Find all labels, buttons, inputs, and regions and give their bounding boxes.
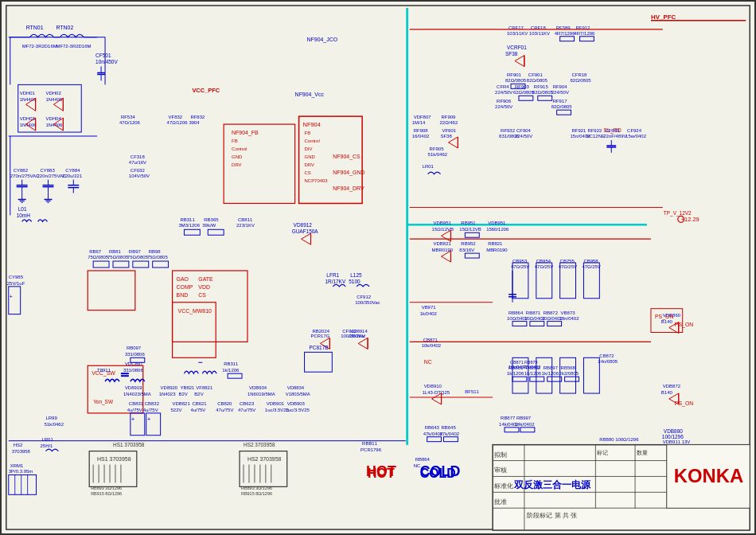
svg-text:LFR1: LFR1 bbox=[326, 272, 339, 278]
svg-text:1k/1206: 1k/1206 bbox=[542, 371, 559, 376]
svg-text:47Ω/25V: 47Ω/25V bbox=[559, 264, 577, 269]
svg-text:NF904_CS: NF904_CS bbox=[333, 154, 360, 160]
svg-text:RB952: RB952 bbox=[461, 241, 476, 246]
svg-text:BND: BND bbox=[177, 292, 189, 298]
svg-text:CB820: CB820 bbox=[217, 401, 232, 406]
svg-text:104V/50V: 104V/50V bbox=[129, 174, 150, 178]
svg-text:RB365: RB365 bbox=[204, 217, 219, 222]
svg-text:双反激三合一电源: 双反激三合一电源 bbox=[513, 479, 591, 490]
svg-text:1M/14: 1M/14 bbox=[412, 120, 426, 125]
svg-text:10n/450V: 10n/450V bbox=[95, 59, 118, 64]
svg-text:GATE: GATE bbox=[198, 276, 213, 282]
svg-text:VCC_MW810: VCC_MW810 bbox=[178, 308, 212, 314]
svg-text:FB: FB bbox=[305, 131, 311, 135]
main-container: RTN01 RTN02 MF72-3R2D16M MF72-3R2D16M CF… bbox=[0, 0, 756, 535]
svg-text:B2V: B2V bbox=[179, 392, 188, 396]
svg-text:47u/75V: 47u/75V bbox=[238, 408, 255, 412]
svg-text:RF534: RF534 bbox=[121, 115, 136, 119]
svg-text:RF905: RF905 bbox=[430, 146, 445, 151]
svg-text:14k/0402: 14k/0402 bbox=[515, 422, 535, 427]
svg-text:RBB11: RBB11 bbox=[362, 441, 378, 446]
svg-text:CS: CS bbox=[305, 170, 311, 175]
svg-text:SF38: SF38 bbox=[505, 51, 518, 57]
svg-text:3703958: 3703958 bbox=[12, 449, 31, 454]
svg-text:B140: B140 bbox=[661, 319, 673, 324]
svg-text:RF932: RF932 bbox=[501, 128, 516, 133]
svg-text:82Ω/0805: 82Ω/0805 bbox=[551, 104, 573, 109]
svg-text:103/11KV: 103/11KV bbox=[507, 31, 528, 36]
svg-text:GUAF150A: GUAF150A bbox=[292, 228, 319, 234]
svg-text:阶段标记    第    共    张: 阶段标记 第 共 张 bbox=[527, 512, 577, 519]
svg-text:51k/0462: 51k/0462 bbox=[45, 422, 64, 427]
svg-text:RB893 3Ω/1296: RB893 3Ω/1296 bbox=[91, 486, 122, 490]
svg-text:Control: Control bbox=[305, 139, 320, 143]
svg-text:VDB903: VDB903 bbox=[287, 401, 306, 406]
svg-text:NF904: NF904 bbox=[303, 121, 321, 128]
svg-text:VF832: VF832 bbox=[169, 115, 183, 119]
svg-text:B2V: B2V bbox=[194, 392, 203, 396]
svg-text:2k2/0805: 2k2/0805 bbox=[559, 371, 579, 376]
svg-text:NF904_FB: NF904_FB bbox=[232, 130, 259, 136]
svg-text:VDH02: VDH02 bbox=[46, 91, 62, 96]
svg-text:COMP: COMP bbox=[177, 284, 193, 290]
svg-text:82Ω/0805: 82Ω/0805 bbox=[532, 90, 554, 95]
svg-text:BF511: BF511 bbox=[465, 389, 479, 394]
svg-text:1N4406: 1N4406 bbox=[20, 97, 37, 102]
svg-text:RB997: RB997 bbox=[516, 416, 532, 420]
svg-text:NF904_Vcc: NF904_Vcc bbox=[295, 92, 325, 98]
svg-text:VD8914: VD8914 bbox=[350, 329, 368, 334]
svg-text:VDB910: VDB910 bbox=[424, 384, 442, 389]
svg-text:47u/16V: 47u/16V bbox=[129, 160, 146, 165]
svg-text:DRV: DRV bbox=[232, 162, 241, 167]
svg-text:VCRF01: VCRF01 bbox=[507, 45, 527, 50]
svg-text:RB871: RB871 bbox=[526, 310, 541, 315]
svg-text:VDH01: VDH01 bbox=[20, 91, 36, 96]
svg-text:GND: GND bbox=[232, 154, 243, 159]
svg-text:RB097: RB097 bbox=[127, 346, 142, 350]
svg-text:VDH03: VDH03 bbox=[20, 116, 36, 121]
svg-text:VDC897: VDC897 bbox=[125, 361, 143, 366]
svg-text:VB971: VB971 bbox=[422, 305, 437, 310]
svg-text:270n/275VAC: 270n/275VAC bbox=[10, 174, 40, 178]
svg-text:223/1KV: 223/1KV bbox=[236, 223, 255, 228]
svg-text:1k/1206: 1k/1206 bbox=[222, 368, 240, 373]
svg-text:1560/1206: 1560/1206 bbox=[486, 227, 509, 232]
svg-text:CF904: CF904 bbox=[516, 128, 532, 133]
svg-text:CB872: CB872 bbox=[599, 353, 614, 358]
svg-text:RTN02: RTN02 bbox=[56, 25, 73, 30]
svg-text:RF915: RF915 bbox=[534, 84, 549, 89]
svg-text:CFR18: CFR18 bbox=[572, 72, 588, 77]
svg-text:47Ω/1206: 47Ω/1206 bbox=[119, 120, 141, 125]
svg-text:RB643: RB643 bbox=[425, 425, 440, 430]
svg-text:HV_PFC: HV_PFC bbox=[651, 14, 676, 21]
svg-text:RB915 8Ω/1296: RB915 8Ω/1296 bbox=[241, 491, 272, 496]
svg-text:CF901: CF901 bbox=[528, 72, 544, 77]
svg-text:VDB880: VDB880 bbox=[664, 428, 683, 434]
svg-text:NF904_JCO: NF904_JCO bbox=[307, 37, 338, 43]
svg-text:47k/0402: 47k/0402 bbox=[523, 365, 540, 369]
svg-text:VDB821: VDB821 bbox=[434, 241, 452, 246]
svg-text:47Ω/25V: 47Ω/25V bbox=[582, 264, 600, 269]
svg-text:LR01: LR01 bbox=[423, 164, 435, 169]
svg-text:RF904: RF904 bbox=[553, 84, 568, 89]
svg-text:1N6019/5MA: 1N6019/5MA bbox=[247, 392, 275, 396]
svg-text:VDF807: VDF807 bbox=[414, 115, 432, 119]
svg-text:CFR21: CFR21 bbox=[605, 128, 621, 133]
svg-text:RB872: RB872 bbox=[544, 310, 559, 315]
svg-text:NF904_DRV: NF904_DRV bbox=[333, 185, 364, 192]
svg-text:RB67: RB67 bbox=[89, 249, 102, 254]
svg-text:MF72-3R2D16M: MF72-3R2D16M bbox=[56, 44, 91, 49]
svg-text:4R7/1296: 4R7/1296 bbox=[555, 31, 576, 36]
svg-text:22nF/489V: 22nF/489V bbox=[603, 134, 626, 139]
svg-text:VD8920: VD8920 bbox=[161, 385, 178, 390]
svg-text:4u/75V: 4u/75V bbox=[127, 408, 142, 412]
svg-text:RF922: RF922 bbox=[587, 128, 602, 133]
svg-text:224/50V: 224/50V bbox=[495, 104, 512, 109]
svg-text:1R/17KV: 1R/17KV bbox=[325, 279, 346, 284]
svg-text:62Ω/0805: 62Ω/0805 bbox=[513, 90, 535, 95]
svg-text:RF917: RF917 bbox=[553, 99, 568, 103]
svg-text:+: + bbox=[10, 294, 13, 299]
svg-text:3P/0.3.95m: 3P/0.3.95m bbox=[9, 469, 33, 474]
svg-text:B140: B140 bbox=[661, 390, 673, 395]
svg-text:RB821: RB821 bbox=[488, 241, 503, 246]
